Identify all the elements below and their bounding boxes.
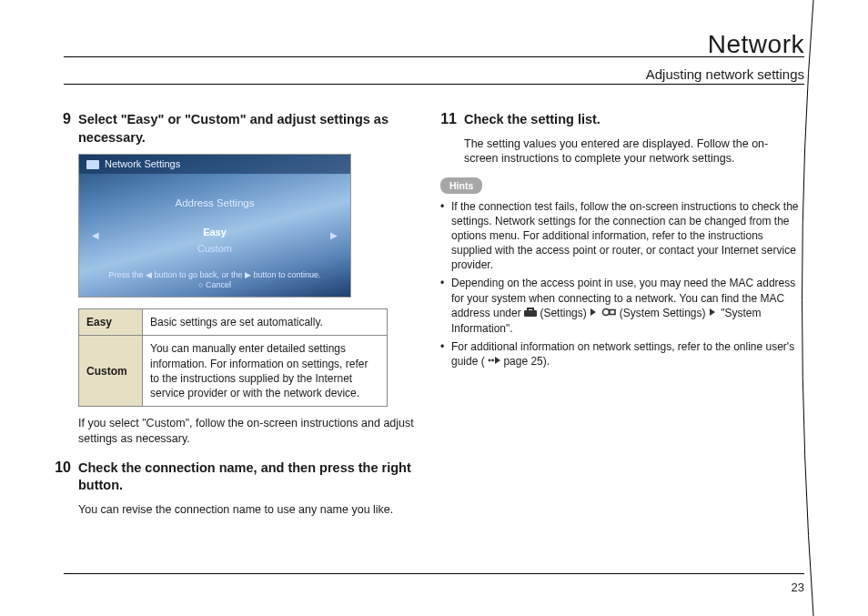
hints-list: If the connection test fails, follow the…: [440, 199, 801, 370]
sub-title: Adjusting network settings: [646, 66, 804, 84]
svg-rect-2: [610, 309, 615, 314]
arrow-right-icon: [709, 306, 718, 320]
svg-point-4: [491, 358, 494, 361]
step-body: You can revise the connection name to us…: [78, 502, 415, 518]
hints-badge: Hints: [440, 177, 482, 193]
table-desc: Basic settings are set automatically.: [143, 309, 388, 336]
arrow-right-icon: [590, 306, 599, 320]
options-table: Easy Basic settings are set automaticall…: [78, 308, 388, 407]
psp-screenshot: Network Settings Address Settings ◀ Easy…: [78, 154, 351, 298]
table-desc: You can manually enter detailed settings…: [143, 336, 388, 407]
svg-point-3: [489, 358, 491, 361]
toolbox-icon: [524, 306, 537, 320]
table-label: Custom: [79, 336, 143, 407]
system-settings-icon: [601, 306, 616, 320]
step-title: Select "Easy" or "Custom" and adjust set…: [78, 111, 415, 146]
svg-point-1: [603, 308, 610, 315]
hint-text: (System Settings): [620, 307, 709, 319]
list-item: For additional information on network se…: [440, 339, 801, 369]
step-number: 11: [440, 109, 457, 129]
step-number: 10: [55, 458, 71, 478]
screenshot-footer-line: Press the ◀ button to go back, or the ▶ …: [79, 270, 350, 281]
list-item: Depending on the access point in use, yo…: [440, 276, 801, 335]
screenshot-option-easy: Easy: [79, 226, 350, 239]
step-body: The setting values you entered are displ…: [464, 136, 801, 167]
divider: [64, 56, 804, 57]
divider: [64, 84, 804, 85]
screenshot-footer-line: ○ Cancel: [79, 280, 350, 291]
page-number: 23: [792, 580, 804, 596]
table-label: Easy: [79, 309, 143, 336]
step-note: If you select "Custom", follow the on-sc…: [78, 416, 415, 447]
step-number: 9: [55, 109, 71, 129]
table-row: Custom You can manually enter detailed s…: [79, 336, 388, 407]
step-title: Check the connection name, and then pres…: [78, 459, 415, 495]
svg-rect-0: [524, 310, 537, 317]
step-title: Check the setting list.: [464, 111, 601, 129]
hint-text: page 25).: [503, 355, 550, 368]
divider: [64, 573, 804, 574]
screenshot-heading: Address Settings: [79, 197, 350, 211]
page-reference-icon: [488, 354, 500, 369]
right-arrow-icon: ▶: [330, 229, 338, 242]
hint-text: (Settings): [540, 307, 586, 319]
right-column: 11 Check the setting list. The setting v…: [440, 109, 801, 529]
hint-text: If the connection test fails, follow the…: [451, 200, 799, 272]
left-column: 9 Select "Easy" or "Custom" and adjust s…: [55, 109, 415, 529]
list-item: If the connection test fails, follow the…: [440, 199, 801, 273]
screenshot-option-custom: Custom: [79, 242, 350, 256]
table-row: Easy Basic settings are set automaticall…: [79, 309, 388, 336]
